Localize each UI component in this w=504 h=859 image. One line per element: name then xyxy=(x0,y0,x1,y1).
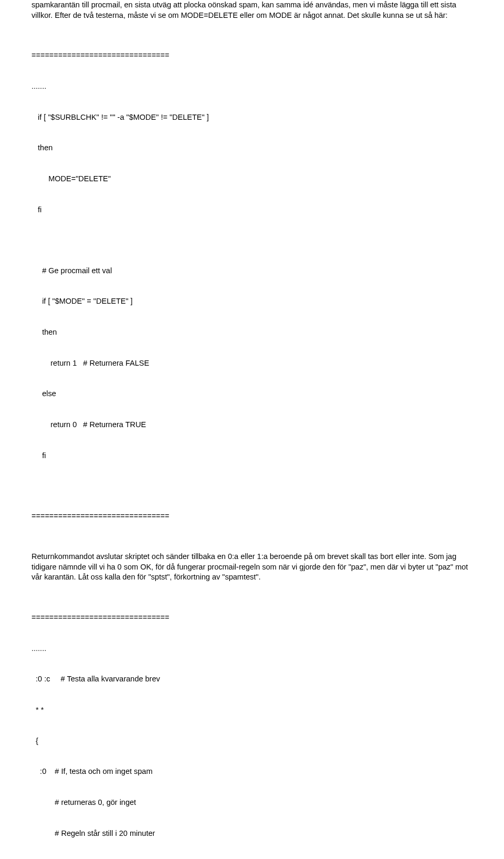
dots: ....... xyxy=(32,81,472,92)
paragraph-intro: spamkarantän till procmail, en sista utv… xyxy=(32,0,472,20)
code-line: # returneras 0, gör inget xyxy=(32,798,472,808)
code-block-2: # Ge procmail ett val if [ "$MODE" = "DE… xyxy=(32,245,472,481)
code-line: then xyxy=(32,143,472,153)
code-line: MODE="DELETE" xyxy=(32,174,472,184)
separator: =============================== xyxy=(32,511,472,522)
code-block-1: =============================== ....... … xyxy=(32,30,472,235)
code-line: return 1 # Returnera FALSE xyxy=(32,358,472,369)
separator-block: =============================== xyxy=(32,491,472,542)
code-line: fi xyxy=(32,205,472,215)
separator: =============================== xyxy=(32,613,472,623)
code-line: # Ge procmail ett val xyxy=(32,266,472,276)
code-line: # Regeln står still i 20 minuter xyxy=(32,829,472,839)
code-line: fi xyxy=(32,451,472,461)
code-line: return 0 # Returnera TRUE xyxy=(32,420,472,430)
document-page: spamkarantän till procmail, en sista utv… xyxy=(0,0,504,859)
code-line: :0 # If, testa och om inget spam xyxy=(32,767,472,777)
code-block-3: =============================== ....... … xyxy=(32,592,472,859)
code-line: if [ "$MODE" = "DELETE" ] xyxy=(32,296,472,307)
code-line: then xyxy=(32,327,472,338)
code-line: if [ "$SURBLCHK" != "" -a "$MODE" != "DE… xyxy=(32,112,472,123)
code-line: * * xyxy=(32,705,472,716)
paragraph-return: Returnkommandot avslutar skriptet och sä… xyxy=(32,552,472,583)
dots: ....... xyxy=(32,644,472,654)
code-line: :0 :c # Testa alla kvarvarande brev xyxy=(32,674,472,685)
separator: =============================== xyxy=(32,50,472,61)
code-line: else xyxy=(32,389,472,399)
code-line: { xyxy=(32,736,472,747)
